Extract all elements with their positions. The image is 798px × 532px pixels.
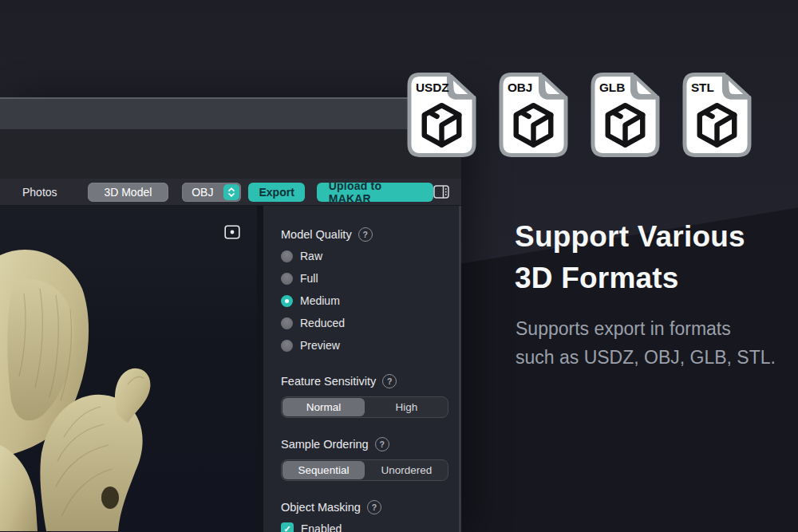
segment-unordered[interactable]: Unordered bbox=[365, 460, 448, 480]
window-content: Model Quality ? Raw Full Medium Reduced bbox=[0, 206, 461, 532]
tab-photos[interactable]: Photos bbox=[22, 186, 57, 199]
toolbar: Photos 3D Model OBJ Export Upload to MAK… bbox=[0, 179, 461, 206]
sample-ordering-title: Sample Ordering bbox=[281, 438, 369, 451]
format-select-value: OBJ bbox=[182, 186, 213, 199]
radio-medium-label: Medium bbox=[300, 294, 340, 307]
promo-heading: Support Various 3D Formats bbox=[515, 216, 786, 299]
tab-3d-model[interactable]: 3D Model bbox=[88, 183, 169, 202]
window-titlebar bbox=[0, 97, 461, 129]
object-masking-title: Object Masking bbox=[281, 501, 361, 514]
sample-ordering-label: Sample Ordering ? bbox=[281, 436, 448, 452]
radio-raw[interactable]: Raw bbox=[281, 247, 448, 265]
promo-description-line2: such as USDZ, OBJ, GLB, STL. bbox=[516, 343, 779, 372]
tab-3d-model-label: 3D Model bbox=[104, 186, 152, 199]
file-label-obj: OBJ bbox=[508, 81, 533, 94]
export-button[interactable]: Export bbox=[248, 183, 304, 202]
help-icon[interactable]: ? bbox=[358, 227, 373, 242]
chevron-up-down-icon bbox=[223, 184, 239, 200]
model-quality-title: Model Quality bbox=[281, 228, 352, 241]
segment-normal[interactable]: Normal bbox=[282, 398, 365, 416]
help-icon[interactable]: ? bbox=[382, 374, 397, 388]
file-label-usdz: USDZ bbox=[416, 81, 449, 94]
model-viewport[interactable] bbox=[0, 206, 257, 532]
feature-sensitivity-segmented: Normal High bbox=[281, 396, 448, 418]
segment-high[interactable]: High bbox=[365, 397, 448, 417]
toggle-sidebar-button[interactable] bbox=[433, 185, 449, 199]
enabled-checkbox-row[interactable]: ✓ Enabled bbox=[281, 522, 448, 532]
file-label-glb: GLB bbox=[599, 81, 625, 94]
sample-ordering-segmented: Sequential Unordered bbox=[281, 459, 448, 481]
pane-divider bbox=[257, 206, 263, 532]
file-label-stl: STL bbox=[691, 81, 714, 94]
format-select[interactable]: OBJ bbox=[182, 183, 241, 202]
checkbox-checked-icon[interactable]: ✓ bbox=[281, 522, 294, 532]
radio-circle[interactable] bbox=[281, 250, 293, 262]
radio-circle[interactable] bbox=[281, 317, 293, 329]
model-quality-label: Model Quality ? bbox=[281, 227, 448, 242]
enabled-label: Enabled bbox=[301, 522, 342, 532]
promo-heading-line2: 3D Formats bbox=[515, 258, 786, 299]
radio-preview-label: Preview bbox=[300, 339, 340, 352]
radio-circle[interactable] bbox=[281, 340, 293, 352]
promo-description: Supports export in formats such as USDZ,… bbox=[516, 314, 779, 372]
dog-3d-model[interactable] bbox=[0, 206, 257, 531]
radio-raw-label: Raw bbox=[300, 250, 322, 262]
upload-button-label: Upload to MAKAR bbox=[329, 179, 421, 205]
file-icon-glb: GLB bbox=[591, 72, 660, 158]
radio-full[interactable]: Full bbox=[281, 270, 448, 287]
file-icon-stl: STL bbox=[682, 72, 752, 158]
radio-preview[interactable]: Preview bbox=[281, 337, 448, 354]
feature-sensitivity-label: Feature Sensitivity ? bbox=[281, 373, 448, 389]
help-icon[interactable]: ? bbox=[375, 437, 389, 451]
frame-object-icon bbox=[224, 225, 240, 239]
radio-medium[interactable]: Medium bbox=[281, 292, 448, 309]
radio-reduced-label: Reduced bbox=[300, 317, 345, 329]
radio-circle[interactable] bbox=[281, 273, 293, 285]
feature-sensitivity-title: Feature Sensitivity bbox=[281, 375, 376, 388]
radio-reduced[interactable]: Reduced bbox=[281, 314, 448, 332]
format-icons-row: USDZ OBJ GLB STL bbox=[407, 72, 752, 158]
sidebar-toggle-icon bbox=[433, 185, 449, 199]
upload-to-makar-button[interactable]: Upload to MAKAR bbox=[317, 183, 433, 202]
radio-circle-selected[interactable] bbox=[281, 295, 293, 307]
radio-full-label: Full bbox=[300, 272, 318, 285]
promo-description-line1: Supports export in formats bbox=[516, 314, 779, 343]
promo-heading-line1: Support Various bbox=[515, 216, 786, 258]
object-masking-label: Object Masking ? bbox=[281, 499, 448, 515]
settings-panel: Model Quality ? Raw Full Medium Reduced bbox=[263, 206, 461, 532]
window-subheader bbox=[0, 129, 461, 179]
frame-object-button[interactable] bbox=[224, 225, 240, 239]
app-window: Photos 3D Model OBJ Export Upload to MAK… bbox=[0, 97, 461, 532]
help-icon[interactable]: ? bbox=[367, 500, 381, 514]
export-button-label: Export bbox=[259, 186, 294, 199]
segment-sequential[interactable]: Sequential bbox=[282, 461, 365, 479]
file-icon-usdz: USDZ bbox=[407, 72, 476, 158]
file-icon-obj: OBJ bbox=[499, 72, 568, 158]
